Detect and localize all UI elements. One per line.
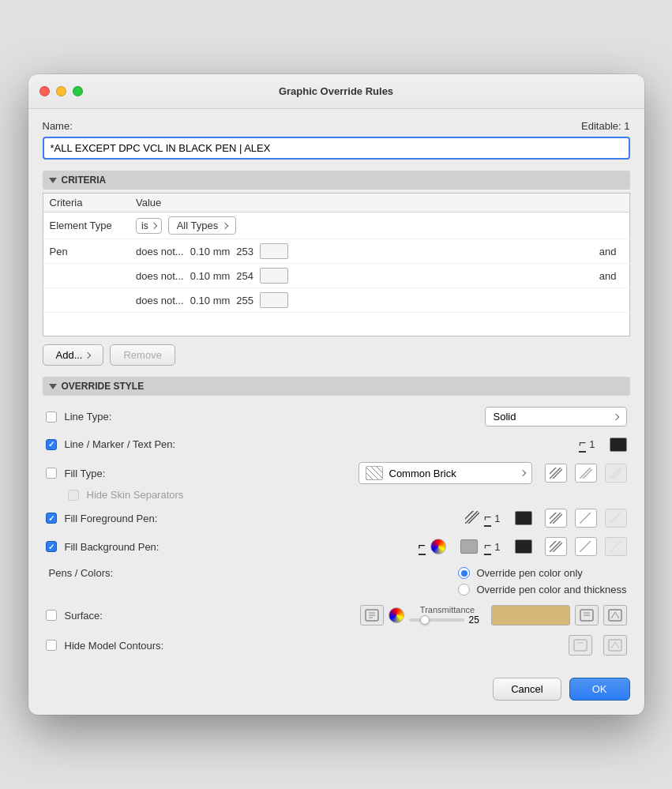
col-value: Value <box>130 193 539 212</box>
line-marker-pen-checkbox[interactable] <box>46 439 57 450</box>
table-row: does not... 0.10 mm 255 <box>43 288 629 313</box>
transmittance-label: Transmittance <box>420 605 475 614</box>
color-swatch-255[interactable] <box>260 292 288 308</box>
chevron-right-icon <box>222 222 228 228</box>
ok-button[interactable]: OK <box>569 678 630 701</box>
hide-model-contours-label: Hide Model Contours: <box>65 640 164 652</box>
hatch-icon-2 <box>580 468 592 479</box>
color-circle-icon[interactable] <box>430 539 446 554</box>
hatch-preview-icon <box>366 466 383 480</box>
hatch-button-1[interactable] <box>545 464 567 483</box>
fill-bg-pen-row: Fill Background Pen: ⌐ ⌐ 1 <box>46 532 627 561</box>
cancel-button[interactable]: Cancel <box>493 678 561 701</box>
fill-fg-hatch-btn-1[interactable] <box>545 509 567 528</box>
transmittance-slider-container: 25 <box>409 614 486 626</box>
criteria-section-label: CRITERIA <box>62 175 107 186</box>
fill-type-value: Common Brick <box>389 468 456 479</box>
line-type-value: Solid <box>494 411 516 423</box>
hide-model-contours-row: Hide Model Contours: <box>46 630 627 660</box>
connector-and-2: and <box>539 264 629 288</box>
pen-indicator: ⌐ 1 <box>579 436 595 453</box>
hide-model-contours-checkbox[interactable] <box>46 640 57 651</box>
override-triangle-icon <box>49 384 57 389</box>
all-types-dropdown[interactable]: All Types <box>168 216 237 235</box>
fill-bg-pen-controls: ⌐ <box>419 539 446 555</box>
transmittance-value: 25 <box>469 614 486 626</box>
surface-icon-btn-3[interactable] <box>603 605 627 626</box>
chevron-right-icon <box>519 470 525 476</box>
model-contours-icon-2[interactable] <box>603 635 627 656</box>
fill-fg-pen-checkbox[interactable] <box>46 513 57 524</box>
maximize-button[interactable] <box>73 86 83 96</box>
fill-type-checkbox[interactable] <box>46 468 57 479</box>
main-window: Graphic Override Rules Name: Editable: 1… <box>28 74 644 715</box>
criteria-cell-pen: Pen <box>43 239 130 264</box>
line-type-dropdown[interactable]: Solid <box>485 407 627 426</box>
radio-row-2: Override pen color and thickness <box>458 584 626 596</box>
fill-bg-pen-checkbox[interactable] <box>46 541 57 552</box>
override-section-header: OVERRIDE STYLE <box>43 377 630 396</box>
add-label: Add... <box>56 349 83 361</box>
line-pen-color-swatch[interactable] <box>610 438 627 452</box>
line-type-checkbox[interactable] <box>46 411 57 423</box>
line-marker-pen-label: Line / Marker / Text Pen: <box>65 438 176 450</box>
transmittance-slider[interactable] <box>409 618 464 622</box>
surface-checkbox[interactable] <box>46 610 57 621</box>
color-swatch-253[interactable] <box>260 243 288 259</box>
operator-select-element-type[interactable]: is <box>136 218 162 234</box>
fill-bg-hatch-btn-2[interactable] <box>575 537 597 556</box>
fill-fg-hatch-btn-2[interactable] <box>575 509 597 528</box>
editable-label: Editable: 1 <box>581 120 629 132</box>
svg-line-14 <box>610 513 621 524</box>
fill-bg-color-swatch[interactable] <box>515 539 532 554</box>
pen-underscore-icon-bg: ⌐ <box>419 539 426 555</box>
color-swatch-254[interactable] <box>260 268 288 284</box>
table-row: Pen does not... 0.10 mm 253 and <box>43 239 629 264</box>
fill-fg-pen-label: Fill Foreground Pen: <box>65 513 158 524</box>
line-marker-pen-row: Line / Marker / Text Pen: ⌐ 1 <box>46 431 627 457</box>
name-label: Name: <box>43 120 73 132</box>
radio-override-color-only[interactable] <box>458 567 470 579</box>
name-input[interactable] <box>43 137 630 160</box>
hatch-button-3[interactable] <box>605 464 627 483</box>
remove-label: Remove <box>123 349 161 361</box>
svg-line-18 <box>580 541 591 552</box>
fill-fg-hatch-btn-3[interactable] <box>605 509 627 528</box>
titlebar: Graphic Override Rules <box>28 74 644 109</box>
fill-fg-color-swatch[interactable] <box>515 511 532 525</box>
hatch-icon-1 <box>550 468 562 479</box>
fill-fg-pen-num: 1 <box>494 513 500 524</box>
surface-row: Surface: Transmittance <box>46 600 627 630</box>
radio-override-color-thickness[interactable] <box>458 584 470 596</box>
fill-type-dropdown[interactable]: Common Brick <box>359 462 532 484</box>
window-title: Graphic Override Rules <box>279 85 393 97</box>
override-section-label: OVERRIDE STYLE <box>62 381 145 392</box>
table-row: Element Type is All Types <box>43 212 629 239</box>
fill-fg-pen-row: Fill Foreground Pen: ⌐ 1 <box>46 504 627 532</box>
minimize-button[interactable] <box>56 86 66 96</box>
remove-button[interactable]: Remove <box>110 344 175 366</box>
close-button[interactable] <box>39 86 50 96</box>
connector-and-1: and <box>539 239 629 264</box>
pens-colors-row: Pens / Colors: Override pen color only O… <box>46 561 627 600</box>
slider-thumb <box>420 615 430 625</box>
fill-bg-hatch-btn-3[interactable] <box>605 537 627 556</box>
surface-color-preview[interactable] <box>491 605 570 626</box>
bottom-buttons: Cancel OK <box>43 678 630 701</box>
fill-bg-hatch-btn-1[interactable] <box>545 537 567 556</box>
surface-icon-btn-1[interactable] <box>360 605 384 626</box>
hatch-button-2[interactable] <box>575 464 597 483</box>
radio-row-1: Override pen color only <box>458 567 626 579</box>
chevron-right-icon <box>612 413 618 419</box>
add-button[interactable]: Add... <box>43 344 104 366</box>
criteria-section-header: CRITERIA <box>43 171 630 190</box>
criteria-buttons: Add... Remove <box>43 344 630 366</box>
svg-line-9 <box>465 511 475 522</box>
hide-skin-checkbox[interactable] <box>68 490 79 501</box>
surface-color-circle[interactable] <box>389 607 404 623</box>
model-contours-icon-1[interactable] <box>569 635 592 656</box>
surface-controls: Transmittance 25 <box>360 605 627 626</box>
surface-icon-btn-2[interactable] <box>575 605 599 626</box>
radio-label-2: Override pen color and thickness <box>476 584 626 596</box>
fill-bg-pen-label: Fill Background Pen: <box>65 541 160 553</box>
